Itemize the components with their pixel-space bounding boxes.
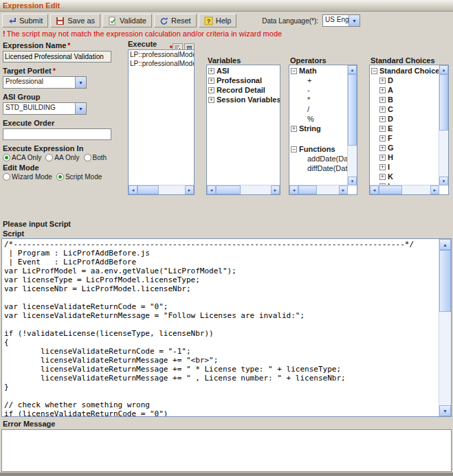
chevron-down-icon[interactable]: ▼ xyxy=(349,15,360,26)
expand-icon[interactable]: + xyxy=(208,68,214,74)
horizontal-scrollbar[interactable]: ◄ ► xyxy=(207,185,280,194)
collapse-icon[interactable]: − xyxy=(291,146,297,152)
expand-icon[interactable]: + xyxy=(379,106,386,113)
chevron-down-icon[interactable]: ▼ xyxy=(75,77,86,88)
data-language-select[interactable]: US English ▼ xyxy=(322,14,360,27)
expand-icon[interactable]: + xyxy=(208,87,214,93)
expand-icon[interactable]: + xyxy=(379,116,386,122)
radio-wizard-mode[interactable]: Wizard Mode xyxy=(3,173,52,181)
horizontal-scrollbar[interactable]: ◄ ► xyxy=(129,185,194,194)
tree-item[interactable]: +I xyxy=(370,162,439,172)
scroll-right-icon[interactable]: ► xyxy=(339,185,348,194)
expand-icon[interactable]: + xyxy=(379,135,386,141)
validate-button[interactable]: Validate xyxy=(102,14,152,27)
scroll-down-icon[interactable]: ▼ xyxy=(439,177,448,185)
asi-group-select[interactable]: STD_BUILDING ▼ xyxy=(3,102,87,115)
expand-icon[interactable]: + xyxy=(208,97,214,103)
script-editor[interactable]: /*--------------------------------------… xyxy=(1,238,452,417)
scrollbar-thumb[interactable] xyxy=(379,185,402,194)
tree-item[interactable]: −Standard Choices xyxy=(370,66,439,76)
tree-item[interactable]: +String xyxy=(289,124,348,133)
expand-icon[interactable]: + xyxy=(379,97,386,103)
help-button[interactable]: ? Help xyxy=(199,14,237,27)
expand-icon[interactable]: + xyxy=(379,174,386,180)
vertical-scrollbar[interactable]: ▲ ▼ xyxy=(347,65,357,185)
expand-icon[interactable]: + xyxy=(379,155,386,161)
collapse-icon[interactable]: − xyxy=(371,68,377,74)
expand-icon[interactable]: + xyxy=(379,78,386,84)
tree-item[interactable]: +Session Variables xyxy=(207,95,280,104)
reset-button[interactable]: Reset xyxy=(154,14,197,27)
expand-icon[interactable]: + xyxy=(379,164,386,170)
tree-item[interactable]: diffDate(Date,Date xyxy=(289,163,348,173)
chevron-down-icon[interactable]: ▼ xyxy=(75,103,86,114)
help-label: Help xyxy=(216,16,232,25)
radio-script-mode[interactable]: Script Mode xyxy=(56,173,102,181)
execute-order-input[interactable] xyxy=(3,128,111,140)
tree-item[interactable]: - xyxy=(289,85,348,95)
tree-item[interactable]: % xyxy=(289,114,348,124)
tree-item[interactable]: +H xyxy=(370,152,439,162)
scroll-left-icon[interactable]: ◄ xyxy=(207,185,216,194)
target-portlet-select[interactable]: Professional ▼ xyxy=(3,76,87,89)
expand-icon[interactable]: + xyxy=(208,78,214,84)
tree-item[interactable]: +B xyxy=(370,95,439,104)
scroll-down-icon[interactable]: ▼ xyxy=(348,177,357,185)
script-code[interactable]: /*--------------------------------------… xyxy=(2,239,439,416)
expression-name-input[interactable] xyxy=(3,51,111,63)
tree-item-label: D xyxy=(388,115,393,123)
radio-aa-only[interactable]: AA Only xyxy=(45,154,79,161)
tree-item[interactable]: +F xyxy=(370,133,439,143)
scroll-up-icon[interactable]: ▲ xyxy=(439,239,451,250)
horizontal-scrollbar[interactable]: ◄ ► xyxy=(370,185,439,194)
tree-item[interactable]: +K xyxy=(370,172,439,181)
scroll-right-icon[interactable]: ► xyxy=(271,185,280,194)
scroll-up-icon[interactable]: ▲ xyxy=(348,65,357,74)
scrollbar-thumb[interactable] xyxy=(137,185,159,194)
submit-button[interactable]: Submit xyxy=(2,14,48,27)
radio-both[interactable]: Both xyxy=(84,154,107,161)
scroll-down-icon[interactable]: ▼ xyxy=(439,405,451,416)
expand-icon[interactable]: + xyxy=(291,126,297,132)
tree-item[interactable]: +D xyxy=(370,114,439,124)
tree-item[interactable]: +D xyxy=(370,76,439,85)
tree-item[interactable]: +E xyxy=(370,124,439,133)
scroll-up-icon[interactable]: ▲ xyxy=(439,65,448,74)
vertical-scrollbar[interactable]: ▲ ▼ xyxy=(439,239,451,416)
expand-icon[interactable]: + xyxy=(379,145,386,151)
tree-item-label: + xyxy=(307,76,311,84)
scroll-right-icon[interactable]: ► xyxy=(430,185,439,194)
scrollbar-thumb[interactable] xyxy=(298,185,317,194)
expand-icon[interactable]: + xyxy=(379,126,386,132)
error-message-box[interactable] xyxy=(1,429,452,472)
scrollbar-thumb[interactable] xyxy=(439,74,448,131)
list-item[interactable]: LP::professionalModel xyxy=(129,50,194,59)
tree-item[interactable]: −Functions xyxy=(289,144,348,154)
scrollbar-thumb[interactable] xyxy=(439,250,451,312)
tree-item[interactable]: * xyxy=(289,95,348,104)
collapse-icon[interactable]: − xyxy=(291,68,297,74)
radio-aca-only[interactable]: ACA Only xyxy=(3,154,41,161)
vertical-scrollbar[interactable]: ▲ ▼ xyxy=(439,65,448,185)
tree-item[interactable]: +Professional xyxy=(207,76,280,85)
tree-item[interactable]: +C xyxy=(370,104,439,114)
tree-item[interactable]: +A xyxy=(370,85,439,95)
save-as-button[interactable]: Save as xyxy=(50,14,100,27)
tree-item[interactable]: + xyxy=(289,76,348,85)
horizontal-scrollbar[interactable]: ◄ ► xyxy=(289,185,348,194)
tree-item[interactable]: / xyxy=(289,104,348,114)
scrollbar-thumb[interactable] xyxy=(348,74,357,146)
tree-item[interactable]: +ASI xyxy=(207,66,280,76)
list-item[interactable]: LP::professionalModel xyxy=(129,59,194,68)
tree-item[interactable]: +G xyxy=(370,143,439,152)
expand-icon[interactable]: + xyxy=(379,87,386,93)
tree-item[interactable]: +Record Detail xyxy=(207,85,280,95)
tree-item[interactable]: −Math xyxy=(289,66,348,76)
scroll-left-icon[interactable]: ◄ xyxy=(370,185,379,194)
scrollbar-thumb[interactable] xyxy=(216,185,241,194)
tree-item[interactable]: addDate(Date,int) xyxy=(289,154,348,163)
tree-item-label: Math xyxy=(299,67,317,75)
scroll-left-icon[interactable]: ◄ xyxy=(129,185,137,194)
scroll-left-icon[interactable]: ◄ xyxy=(289,185,298,194)
scroll-right-icon[interactable]: ► xyxy=(185,185,194,194)
